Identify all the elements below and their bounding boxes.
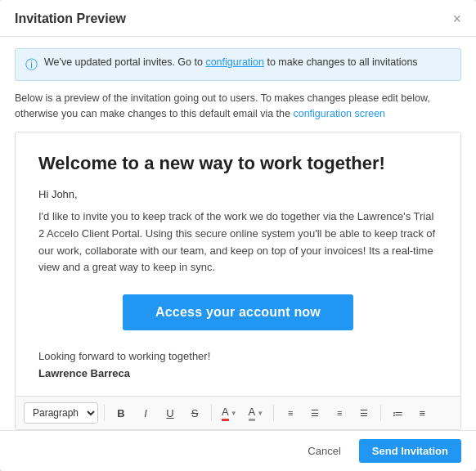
strikethrough-button[interactable]: S: [184, 402, 205, 424]
email-content: Welcome to a new way to work together! H…: [16, 132, 460, 397]
email-body: I'd like to invite you to keep track of …: [38, 209, 438, 276]
unordered-list-icon: ≡: [419, 407, 425, 419]
email-footer-text: Looking forward to working together!: [38, 348, 438, 366]
send-invitation-button[interactable]: Send Invitation: [359, 439, 461, 463]
banner-text: We've updated portal invites. Go to conf…: [44, 56, 418, 68]
italic-button[interactable]: I: [135, 402, 156, 424]
font-color-button[interactable]: A ▼: [218, 402, 241, 424]
toolbar-divider-3: [273, 405, 274, 421]
unordered-list-button[interactable]: ≡: [411, 402, 433, 424]
ordered-list-button[interactable]: ≔: [387, 402, 408, 424]
ordered-list-icon: ≔: [393, 407, 403, 419]
modal-body: ⓘ We've updated portal invites. Go to co…: [0, 37, 476, 430]
cta-wrapper: Access your account now: [38, 294, 438, 330]
description-text: Below is a preview of the invitation goi…: [15, 91, 461, 122]
toolbar-divider-1: [104, 405, 105, 421]
modal-title: Invitation Preview: [15, 11, 126, 26]
align-center-icon: ☰: [311, 409, 319, 418]
font-color-label: A: [222, 406, 229, 421]
bg-color-button[interactable]: A ▼: [245, 402, 268, 424]
align-left-button[interactable]: ≡: [280, 402, 301, 424]
align-right-icon: ≡: [337, 409, 342, 418]
align-center-button[interactable]: ☰: [304, 402, 326, 424]
email-greeting: Hi John,: [38, 188, 438, 200]
align-right-button[interactable]: ≡: [329, 402, 350, 424]
toolbar-divider-4: [380, 405, 381, 421]
toolbar-divider-2: [211, 405, 212, 421]
bold-button[interactable]: B: [110, 402, 132, 424]
bg-color-chevron-icon: ▼: [257, 410, 263, 417]
align-justify-icon: ☰: [360, 409, 368, 418]
underline-button[interactable]: U: [159, 402, 181, 424]
config-screen-link[interactable]: configuration screen: [293, 108, 385, 119]
cta-button[interactable]: Access your account now: [123, 294, 353, 330]
email-preview: Welcome to a new way to work together! H…: [15, 132, 461, 431]
info-banner: ⓘ We've updated portal invites. Go to co…: [15, 48, 461, 81]
close-icon[interactable]: ×: [452, 11, 461, 26]
bg-color-label: A: [249, 406, 256, 421]
email-heading: Welcome to a new way to work together!: [38, 152, 438, 176]
invitation-preview-modal: Invitation Preview × ⓘ We've updated por…: [0, 0, 476, 471]
configuration-link[interactable]: configuration: [205, 56, 264, 68]
modal-footer: Cancel Send Invitation: [0, 430, 476, 471]
paragraph-select[interactable]: Paragraph: [24, 402, 98, 424]
align-justify-button[interactable]: ☰: [353, 402, 375, 424]
email-signature: Lawrence Barreca: [38, 366, 438, 383]
modal-header: Invitation Preview ×: [0, 0, 476, 37]
align-left-icon: ≡: [288, 409, 293, 418]
email-footer: Looking forward to working together! Law…: [38, 348, 438, 383]
font-color-chevron-icon: ▼: [231, 410, 237, 417]
editor-toolbar: Paragraph B I U S A ▼ A ▼ ≡: [16, 396, 460, 429]
cancel-button[interactable]: Cancel: [298, 440, 350, 462]
info-circle-icon: ⓘ: [25, 57, 38, 73]
